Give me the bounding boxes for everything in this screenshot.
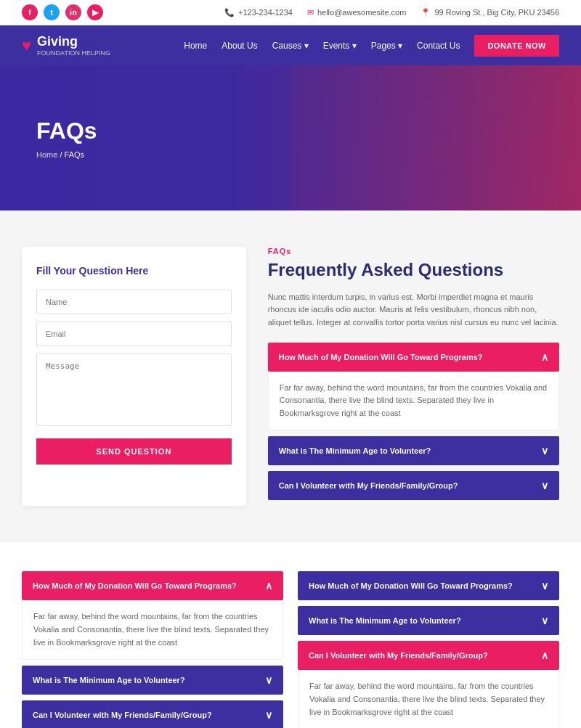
faq-right-question-1: How Much of My Donation Will Go Toward P…: [309, 581, 513, 590]
faq-left-item-3: Can I Volunteer with My Friends/Family/G…: [22, 700, 283, 728]
faq-answer-1: Far far away, behind the word mountains,…: [268, 372, 559, 431]
email-contact: ✉ hello@awesomesite.com: [307, 8, 406, 17]
phone-contact: 📞 +123-234-1234: [224, 8, 293, 17]
nav-about[interactable]: About Us: [222, 41, 257, 51]
location-icon: 📍: [420, 8, 431, 17]
nav-contact[interactable]: Contact Us: [417, 41, 460, 51]
faq-col-right: How Much of My Donation Will Go Toward P…: [298, 571, 559, 728]
main-section: Fill Your Question Here SEND QUESTION FA…: [0, 210, 581, 542]
faq-right-header-3[interactable]: Can I Volunteer with My Friends/Family/G…: [298, 641, 559, 670]
chevron-up-icon: ∧: [541, 351, 548, 363]
logo[interactable]: ♥ Giving FOUNDATION HELPING: [22, 34, 110, 57]
phone-icon: 📞: [224, 8, 235, 17]
faq-right-item-3: Can I Volunteer with My Friends/Family/G…: [298, 641, 559, 728]
faq-left-header-3[interactable]: Can I Volunteer with My Friends/Family/G…: [22, 700, 283, 728]
faq-section: FAQs Frequently Asked Questions Nunc mat…: [268, 247, 559, 506]
faq-heading: Frequently Asked Questions: [268, 260, 559, 281]
form-title: Fill Your Question Here: [36, 265, 232, 277]
faq-item-2: What is The Minimum Age to Volunteer? ∨: [268, 436, 559, 465]
faq-left-item-2: What is The Minimum Age to Volunteer? ∨: [22, 666, 283, 695]
faq-left-question-1: How Much of My Donation Will Go Toward P…: [33, 581, 237, 590]
logo-name: Giving: [37, 34, 78, 49]
faq-question-1: How Much of My Donation Will Go Toward P…: [279, 353, 483, 361]
breadcrumb-current: FAQs: [65, 150, 85, 159]
chevron-down-icon-left-3: ∨: [265, 709, 272, 721]
facebook-icon[interactable]: f: [22, 4, 38, 20]
nav-events[interactable]: Events ▾: [323, 41, 357, 51]
chevron-down-icon-2: ∨: [541, 480, 548, 491]
faq-header-3[interactable]: Can I Volunteer with My Friends/Family/G…: [268, 471, 559, 500]
faq-left-header-2[interactable]: What is The Minimum Age to Volunteer? ∨: [22, 666, 283, 695]
chevron-down-icon-right-1: ∨: [541, 580, 548, 592]
hero-content: FAQs Home / FAQs: [36, 118, 545, 159]
email-icon: ✉: [307, 8, 314, 17]
faq-header-1[interactable]: How Much of My Donation Will Go Toward P…: [268, 343, 559, 372]
nav-pages[interactable]: Pages ▾: [371, 41, 402, 51]
chevron-down-icon: ∨: [541, 445, 548, 457]
faq-left-header-1[interactable]: How Much of My Donation Will Go Toward P…: [22, 571, 283, 600]
faq-item-1: How Much of My Donation Will Go Toward P…: [268, 343, 559, 431]
faq-right-question-3: Can I Volunteer with My Friends/Family/G…: [309, 651, 488, 660]
faq-right-question-2: What is The Minimum Age to Volunteer?: [309, 616, 461, 625]
faq-right-answer-3: Far far away, behind the word mountains,…: [298, 670, 559, 728]
social-links[interactable]: f t in ▶: [22, 4, 103, 20]
faq-left-answer-1: Far far away, behind the word mountains,…: [22, 600, 283, 660]
heart-icon: ♥: [22, 36, 31, 55]
full-faq-grid: How Much of My Donation Will Go Toward P…: [22, 571, 559, 728]
chevron-up-icon-right: ∧: [541, 650, 548, 661]
faq-left-question-3: Can I Volunteer with My Friends/Family/G…: [33, 711, 212, 719]
faq-question-3: Can I Volunteer with My Friends/Family/G…: [279, 481, 458, 490]
email-input[interactable]: [36, 322, 232, 346]
name-input[interactable]: [36, 290, 232, 314]
faq-right-item-2: What is The Minimum Age to Volunteer? ∨: [298, 606, 559, 635]
chevron-up-icon-left: ∧: [265, 580, 272, 592]
faq-right-item-1: How Much of My Donation Will Go Toward P…: [298, 571, 559, 600]
faq-right-header-1[interactable]: How Much of My Donation Will Go Toward P…: [298, 571, 559, 600]
main-grid: Fill Your Question Here SEND QUESTION FA…: [22, 247, 559, 506]
nav-menu: Home About Us Causes ▾ Events ▾ Pages ▾ …: [184, 35, 559, 57]
contact-info: 📞 +123-234-1234 ✉ hello@awesomesite.com …: [224, 8, 559, 17]
donate-button[interactable]: DONATE NOW: [474, 35, 559, 57]
faq-col-left: How Much of My Donation Will Go Toward P…: [22, 571, 283, 728]
logo-tagline: FOUNDATION HELPING: [37, 49, 110, 57]
breadcrumb-home[interactable]: Home: [36, 150, 57, 159]
top-bar: f t in ▶ 📞 +123-234-1234 ✉ hello@awesome…: [0, 0, 581, 25]
faq-header-2[interactable]: What is The Minimum Age to Volunteer? ∨: [268, 436, 559, 465]
twitter-icon[interactable]: t: [44, 4, 60, 20]
faq-right-header-2[interactable]: What is The Minimum Age to Volunteer? ∨: [298, 606, 559, 635]
instagram-icon[interactable]: in: [65, 4, 81, 20]
hero-section: FAQs Home / FAQs: [0, 65, 581, 210]
address-contact: 📍 99 Roving St., Big City, PKU 23456: [420, 8, 559, 17]
question-form: Fill Your Question Here SEND QUESTION: [22, 247, 246, 506]
faq-tag: FAQs: [268, 247, 559, 255]
chevron-down-icon-right-2: ∨: [541, 615, 548, 626]
faq-description: Nunc mattis interdum turpis, in varius e…: [268, 291, 559, 330]
youtube-icon[interactable]: ▶: [87, 4, 103, 20]
faq-left-item-1: How Much of My Donation Will Go Toward P…: [22, 571, 283, 660]
full-faq-section: How Much of My Donation Will Go Toward P…: [0, 542, 581, 728]
faq-item-3: Can I Volunteer with My Friends/Family/G…: [268, 471, 559, 500]
chevron-down-icon-left-2: ∨: [265, 674, 272, 686]
faq-left-question-2: What is The Minimum Age to Volunteer?: [33, 676, 185, 684]
nav-home[interactable]: Home: [184, 41, 207, 51]
send-button[interactable]: SEND QUESTION: [36, 438, 232, 465]
nav-causes[interactable]: Causes ▾: [272, 41, 309, 51]
faq-question-2: What is The Minimum Age to Volunteer?: [279, 446, 431, 455]
navbar: ♥ Giving FOUNDATION HELPING Home About U…: [0, 25, 581, 65]
page-title: FAQs: [36, 118, 545, 144]
message-input[interactable]: [36, 353, 232, 426]
breadcrumb: Home / FAQs: [36, 150, 545, 159]
